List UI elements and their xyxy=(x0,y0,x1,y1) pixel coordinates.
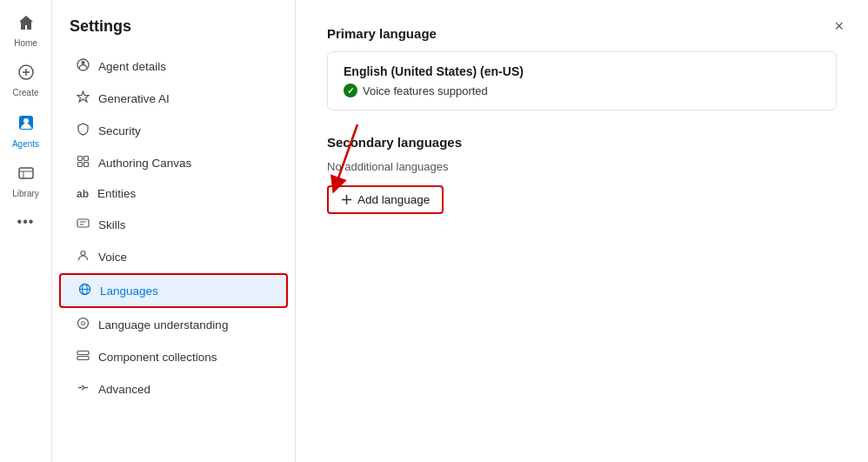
home-icon xyxy=(17,14,35,36)
menu-security-label: Security xyxy=(98,124,141,137)
left-nav-bar: Home Create Agents xyxy=(0,0,52,462)
security-icon xyxy=(77,123,90,138)
menu-entities-label: Entities xyxy=(97,187,136,200)
advanced-icon xyxy=(77,381,90,397)
language-name: English (United States) (en-US) xyxy=(344,64,820,78)
languages-icon xyxy=(78,283,91,298)
menu-item-voice[interactable]: Voice xyxy=(59,241,288,272)
component-collections-icon xyxy=(77,349,90,365)
more-icon: ••• xyxy=(17,214,35,230)
menu-item-agent-details[interactable]: Agent details xyxy=(59,50,288,82)
menu-item-generative-ai[interactable]: Generative AI xyxy=(59,83,288,114)
support-text: Voice features supported xyxy=(363,84,488,97)
svg-point-9 xyxy=(82,61,85,64)
close-button[interactable]: × xyxy=(827,14,851,39)
nav-create-label: Create xyxy=(12,88,38,97)
menu-language-understanding-label: Language understanding xyxy=(98,318,228,331)
svg-rect-11 xyxy=(84,157,89,161)
nav-agents-label: Agents xyxy=(12,139,39,149)
svg-rect-10 xyxy=(78,157,83,161)
menu-item-languages[interactable]: Languages xyxy=(59,273,288,308)
svg-rect-5 xyxy=(19,168,33,178)
create-icon xyxy=(17,64,35,85)
skills-icon xyxy=(77,217,90,232)
svg-rect-14 xyxy=(77,219,89,227)
entities-icon: ab xyxy=(77,188,89,200)
arrow-annotation xyxy=(318,116,371,194)
svg-rect-13 xyxy=(84,163,89,167)
voice-icon xyxy=(77,249,90,264)
nav-home-label: Home xyxy=(14,38,37,48)
secondary-languages-section: Secondary languages No additional langua… xyxy=(327,135,837,214)
svg-point-4 xyxy=(23,118,29,124)
menu-item-language-understanding[interactable]: Language understanding xyxy=(59,309,288,340)
svg-rect-12 xyxy=(78,163,83,167)
add-language-button[interactable]: Add language xyxy=(327,185,444,214)
agent-details-icon xyxy=(77,58,90,74)
svg-point-21 xyxy=(78,318,89,329)
svg-point-22 xyxy=(82,322,85,325)
nav-library-label: Library xyxy=(12,189,39,198)
menu-component-collections-label: Component collections xyxy=(98,351,217,364)
add-language-label: Add language xyxy=(357,193,430,206)
main-content: × Primary language English (United State… xyxy=(296,0,868,462)
settings-sidebar: Settings Agent details Generative AI Sec… xyxy=(52,0,296,462)
generative-ai-icon xyxy=(77,90,90,106)
menu-item-advanced[interactable]: Advanced xyxy=(59,373,288,405)
menu-item-authoring-canvas[interactable]: Authoring Canvas xyxy=(59,147,288,178)
menu-agent-details-label: Agent details xyxy=(98,60,166,73)
language-understanding-icon xyxy=(77,317,90,332)
menu-authoring-canvas-label: Authoring Canvas xyxy=(98,157,191,170)
nav-item-more[interactable]: ••• xyxy=(3,209,50,235)
no-additional-languages: No additional languages xyxy=(327,160,837,173)
add-language-wrapper: Add language xyxy=(327,185,444,214)
svg-rect-24 xyxy=(77,357,89,360)
language-support: Voice features supported xyxy=(344,84,820,97)
check-icon xyxy=(344,84,357,97)
menu-advanced-label: Advanced xyxy=(98,383,150,396)
primary-language-section: Primary language English (United States)… xyxy=(327,26,837,110)
nav-item-create[interactable]: Create xyxy=(3,58,50,103)
menu-item-skills[interactable]: Skills xyxy=(59,209,288,240)
settings-title: Settings xyxy=(52,17,295,50)
plus-icon xyxy=(341,194,352,205)
menu-item-entities[interactable]: ab Entities xyxy=(59,179,288,208)
primary-language-box: English (United States) (en-US) Voice fe… xyxy=(327,51,837,110)
nav-item-agents[interactable]: Agents xyxy=(3,108,50,154)
menu-item-security[interactable]: Security xyxy=(59,115,288,146)
menu-skills-label: Skills xyxy=(98,218,126,231)
menu-languages-label: Languages xyxy=(100,285,158,298)
library-icon xyxy=(17,164,35,186)
menu-generative-ai-label: Generative AI xyxy=(98,92,170,105)
menu-voice-label: Voice xyxy=(98,251,127,264)
svg-point-17 xyxy=(81,251,85,256)
svg-rect-23 xyxy=(77,352,89,355)
nav-item-library[interactable]: Library xyxy=(3,159,50,204)
menu-item-component-collections[interactable]: Component collections xyxy=(59,341,288,372)
authoring-canvas-icon xyxy=(77,155,90,171)
primary-language-title: Primary language xyxy=(327,26,837,41)
agents-icon xyxy=(17,113,36,137)
secondary-languages-title: Secondary languages xyxy=(327,135,837,150)
nav-item-home[interactable]: Home xyxy=(3,9,50,53)
